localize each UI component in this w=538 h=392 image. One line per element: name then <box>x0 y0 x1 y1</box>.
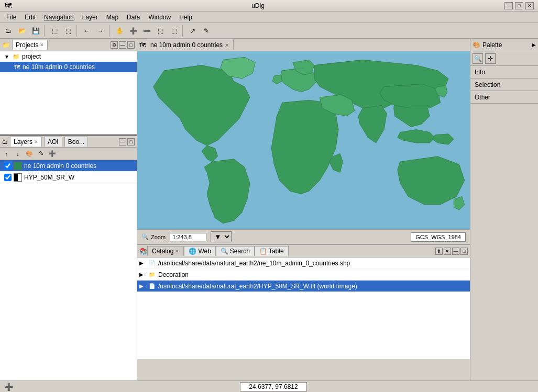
layers-max-button[interactable]: □ <box>127 138 135 145</box>
bottom-nav-button[interactable]: ⬆ <box>435 248 443 255</box>
catalog-tab-close[interactable]: ✕ <box>175 249 179 254</box>
aoi-tab[interactable]: AOI <box>44 137 62 147</box>
project-root-item[interactable]: ▼ 📁 project <box>0 51 137 62</box>
table-tab[interactable]: 📋 Table <box>255 246 289 256</box>
palette-icon: 🎨 <box>473 41 480 49</box>
zoom-in-button[interactable]: ➕ <box>127 25 139 37</box>
bottom-max-button[interactable]: □ <box>460 248 468 255</box>
menu-data[interactable]: Data <box>123 13 144 22</box>
map-tab-close[interactable]: ✕ <box>225 42 229 48</box>
palette-expand-button[interactable]: ▶ <box>532 42 536 48</box>
menu-help[interactable]: Help <box>175 13 196 22</box>
draw-button[interactable]: ✎ <box>200 25 213 37</box>
bookmarks-tab[interactable]: Boo... <box>64 137 88 147</box>
layer-vector-name: ne 10m admin 0 countries <box>24 162 96 170</box>
bottom-min-button[interactable]: — <box>452 248 459 255</box>
layer-item-vector[interactable]: ne 10m admin 0 countries <box>0 160 137 172</box>
layer-vector-checkbox[interactable] <box>4 162 12 170</box>
open-button[interactable]: 📂 <box>16 25 28 37</box>
menu-bar: File Edit Navigation Layer Map Data Wind… <box>0 12 538 23</box>
palette-zoom-move-button[interactable]: ✛ <box>485 53 496 64</box>
center-area: 🗺 ne 10m admin 0 countries ✕ <box>137 39 470 380</box>
projects-config-button[interactable]: ⚙ <box>111 41 118 49</box>
toolbar: 🗂 📂 💾 ⬚ ⬚ ← → ✋ ➕ ➖ ⬚ ⬚ ↗ ✎ <box>0 23 538 39</box>
projects-tab[interactable]: Projects ✕ <box>12 40 48 50</box>
maximize-button[interactable]: □ <box>515 2 523 9</box>
layer-item-raster[interactable]: HYP_50M_SR_W <box>0 172 137 183</box>
zoom-text: Zoom <box>151 234 166 240</box>
layer-edit-button[interactable]: ✎ <box>36 149 46 159</box>
toolbar-separator-1 <box>44 25 46 37</box>
layer-raster-name: HYP_50M_SR_W <box>24 174 74 181</box>
catalog-path-shp: /usr/local/share/data/natural_earth2/ne_… <box>158 260 350 267</box>
catalog-expand-shp: ▶ <box>139 260 146 266</box>
left-panel: 📁 Projects ✕ ⚙ — □ ▼ 📁 project 🗺 ne 10m … <box>0 39 137 380</box>
catalog-path-tif: /usr/local/share/data/natural_earth2/HYP… <box>158 283 357 290</box>
projects-min-button[interactable]: — <box>119 41 126 49</box>
new-project-button[interactable]: 🗂 <box>2 25 15 37</box>
catalog-item-shp[interactable]: ▶ 📄 /usr/local/share/data/natural_earth2… <box>137 257 470 269</box>
layers-tab[interactable]: Layers ✕ <box>10 137 42 147</box>
layers-toolbar: ↑ ↓ 🎨 ✎ ➕ <box>0 148 137 160</box>
bottom-close-button[interactable]: ✕ <box>444 248 451 255</box>
menu-layer[interactable]: Layer <box>78 13 102 22</box>
back-button[interactable]: ← <box>81 25 93 37</box>
zoom-out-button[interactable]: ➖ <box>140 25 153 37</box>
projects-max-button[interactable]: □ <box>127 41 135 49</box>
zoom-icon: 🔍 <box>141 233 149 240</box>
selection-section[interactable]: Selection <box>470 79 538 91</box>
layer-down-button[interactable]: ↓ <box>13 149 23 159</box>
project-name: project <box>22 53 41 60</box>
layer-add-button[interactable]: ➕ <box>47 149 58 159</box>
other-section[interactable]: Other <box>470 91 538 104</box>
layer-raster-checkbox[interactable] <box>4 174 12 181</box>
zoom-extent-button[interactable]: ⬚ <box>154 25 167 37</box>
zoom-value-input[interactable] <box>170 233 206 241</box>
layers-min-button[interactable]: — <box>119 138 126 145</box>
import-button[interactable]: ⬚ <box>48 25 61 37</box>
project-layer-item[interactable]: 🗺 ne 10m admin 0 countries <box>0 62 137 72</box>
catalog-expand-tif: ▶ <box>139 283 146 289</box>
layers-tab-close[interactable]: ✕ <box>34 139 38 144</box>
catalog-item-tif[interactable]: ▶ 📄 /usr/local/share/data/natural_earth2… <box>137 281 470 292</box>
catalog-item-decoration[interactable]: ▶ 📁 Decoration <box>137 269 470 281</box>
palette-title: Palette <box>482 41 530 49</box>
menu-navigation[interactable]: Navigation <box>40 13 78 22</box>
pan-button[interactable]: ✋ <box>113 25 126 37</box>
map-canvas[interactable] <box>137 51 470 229</box>
layer-style-button[interactable]: 🎨 <box>24 149 35 159</box>
menu-window[interactable]: Window <box>144 13 175 22</box>
app-icon: 🗺 <box>4 2 12 10</box>
info-section[interactable]: Info <box>470 66 538 79</box>
catalog-expand-decoration: ▶ <box>139 272 146 277</box>
palette-zoom-magnify-button[interactable]: 🔍 <box>473 53 483 64</box>
close-button[interactable]: ✕ <box>525 2 534 9</box>
catalog-tab[interactable]: Catalog ✕ <box>147 246 184 256</box>
status-coordinates: 24.6377, 97.6812 <box>240 382 306 391</box>
minimize-button[interactable]: — <box>504 2 513 9</box>
projects-icon: 📁 <box>2 41 10 49</box>
crs-button[interactable]: GCS_WGS_1984 <box>411 232 466 242</box>
map-tab[interactable]: ne 10m admin 0 countries ✕ <box>146 40 234 50</box>
menu-map[interactable]: Map <box>102 13 123 22</box>
save-button[interactable]: 💾 <box>29 25 42 37</box>
projects-panel-header: 📁 Projects ✕ ⚙ — □ <box>0 39 137 51</box>
forward-button[interactable]: → <box>94 25 107 37</box>
search-tab-label: Search <box>230 248 250 255</box>
toolbar-separator-3 <box>109 25 111 37</box>
web-tab[interactable]: 🌐 Web <box>184 246 215 256</box>
select-button[interactable]: ↗ <box>186 25 199 37</box>
zoom-label: 🔍 Zoom <box>141 233 166 240</box>
layers-panel-content: ne 10m admin 0 countries HYP_50M_SR_W <box>0 160 137 380</box>
status-left-icon: ➕ <box>4 383 13 391</box>
export-button[interactable]: ⬚ <box>62 25 74 37</box>
projects-tab-close[interactable]: ✕ <box>40 42 44 48</box>
zoom-dropdown[interactable]: ▼ <box>211 231 232 242</box>
menu-edit[interactable]: Edit <box>20 13 40 22</box>
menu-file[interactable]: File <box>2 13 20 22</box>
catalog-folder-icon-decoration: 📁 <box>148 271 156 279</box>
title-bar: 🗺 uDig — □ ✕ <box>0 0 538 12</box>
zoom-layer-button[interactable]: ⬚ <box>168 25 180 37</box>
layer-up-button[interactable]: ↑ <box>1 149 12 159</box>
search-tab[interactable]: 🔍 Search <box>216 246 255 256</box>
